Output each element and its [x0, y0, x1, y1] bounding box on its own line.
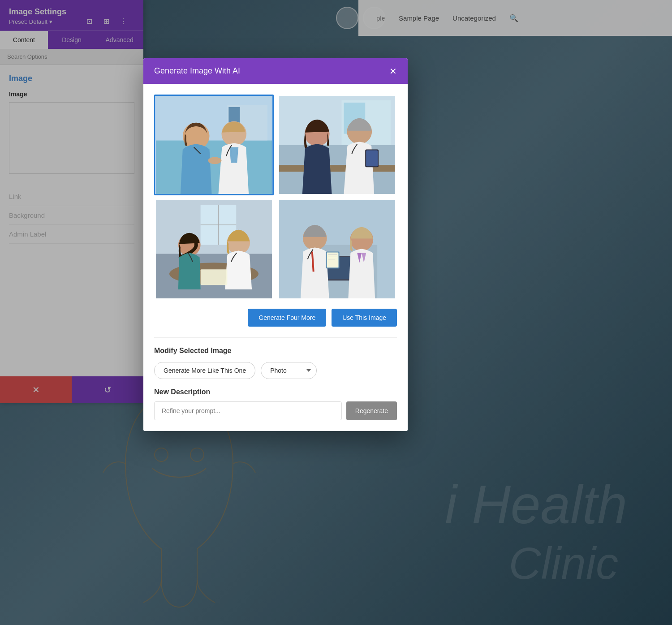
modify-controls: Generate More Like This One Photo Illust…: [154, 362, 397, 379]
style-select[interactable]: Photo Illustration 3D Render Painting: [261, 362, 317, 379]
description-input-row: Regenerate: [154, 401, 397, 420]
modify-section-title: Modify Selected Image: [154, 347, 397, 355]
use-this-image-button[interactable]: Use This Image: [332, 309, 397, 327]
modal-actions: Generate Four More Use This Image: [154, 309, 397, 327]
new-description-section: New Description Regenerate: [154, 388, 397, 420]
svg-rect-18: [366, 150, 378, 166]
modal-title: Generate Image With AI: [154, 66, 240, 76]
modal-header: Generate Image With AI ✕: [143, 58, 408, 84]
image-grid: [154, 95, 397, 300]
svg-rect-6: [228, 107, 240, 123]
image-cell-2[interactable]: [277, 95, 397, 195]
new-description-title: New Description: [154, 388, 397, 396]
image-cell-1[interactable]: [154, 95, 274, 195]
modal-body: Generate Four More Use This Image Modify…: [143, 84, 408, 431]
svg-point-9: [208, 157, 222, 164]
svg-rect-3: [156, 141, 272, 194]
generate-more-like-this-button[interactable]: Generate More Like This One: [154, 362, 255, 379]
regenerate-button[interactable]: Regenerate: [346, 401, 397, 420]
image-cell-4[interactable]: [277, 199, 397, 300]
svg-rect-27: [201, 269, 228, 285]
ai-image-modal: Generate Image With AI ✕: [143, 58, 408, 431]
description-input[interactable]: [154, 401, 342, 420]
generate-four-more-button[interactable]: Generate Four More: [248, 309, 326, 327]
modify-section: Modify Selected Image Generate More Like…: [154, 337, 397, 379]
modal-close-button[interactable]: ✕: [389, 67, 397, 76]
image-cell-3[interactable]: [154, 199, 274, 300]
